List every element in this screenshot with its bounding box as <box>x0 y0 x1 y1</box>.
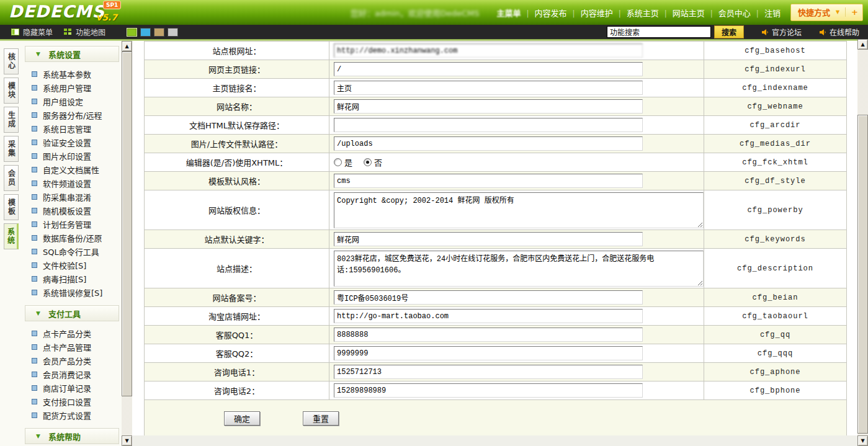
sidebar-item[interactable]: 点卡产品管理 <box>25 340 119 354</box>
input-cfg_indexname[interactable] <box>334 81 643 95</box>
quick-menu-button[interactable]: 快捷方式 ▼ + <box>790 4 863 21</box>
nav-link[interactable]: 系统主页 <box>627 9 659 18</box>
input-cfg_aphone[interactable] <box>334 365 643 379</box>
textarea-cfg_powerby[interactable] <box>334 192 704 228</box>
sidebar-item[interactable]: 系统用户管理 <box>25 81 119 94</box>
sidebar-item[interactable]: 会员产品分类 <box>25 354 119 367</box>
sidebar-tab-系统[interactable]: 系统 <box>4 223 19 249</box>
sidebar-item[interactable]: 点卡产品分类 <box>25 326 119 340</box>
input-cfg_df_style[interactable] <box>334 174 643 188</box>
sidebar-item[interactable]: 软件频道设置 <box>25 176 119 190</box>
sidebar-item[interactable]: 系统日志管理 <box>25 122 119 135</box>
search-input[interactable] <box>607 26 711 38</box>
sidebar-item[interactable]: 系统基本参数 <box>25 67 119 81</box>
nav-separator: | <box>527 9 529 18</box>
main-scrollbar[interactable]: ▲ ▼ <box>857 39 868 446</box>
form-row: 网站名称：cfg_webname <box>145 97 846 116</box>
sidebar-item-label: 随机模板设置 <box>43 205 91 216</box>
sidebar-item[interactable]: 验证安全设置 <box>25 135 119 149</box>
sidebar-tab-核心[interactable]: 核心 <box>4 48 19 74</box>
theme-swatch[interactable] <box>127 28 137 37</box>
sidebar-item-label: 配货方式设置 <box>43 409 91 421</box>
sidebar-scrollbar[interactable]: ▲ ▼ <box>122 41 132 446</box>
sidebar-item[interactable]: 图片水印设置 <box>25 149 119 163</box>
input-cfg_arcdir[interactable] <box>334 118 643 132</box>
input-cfg_taobaourl[interactable] <box>334 309 643 323</box>
scroll-up-button[interactable]: ▲ <box>122 41 132 51</box>
search-button[interactable]: 搜索 <box>714 25 744 38</box>
input-cfg_indexurl[interactable] <box>334 62 643 76</box>
help-link[interactable]: 在线帮助 <box>819 27 859 37</box>
sidebar-item[interactable]: 会员消费记录 <box>25 367 119 381</box>
theme-swatch[interactable] <box>140 28 151 37</box>
input-cfg_webname[interactable] <box>334 99 643 114</box>
function-map-button[interactable]: 功能地图 <box>64 27 105 37</box>
input-cfg_bphone[interactable] <box>334 383 643 398</box>
nav-link[interactable]: 内容发布 <box>535 9 567 18</box>
menu-section-header[interactable]: ▼支付工具 <box>25 305 119 321</box>
sp1-badge: SP1 <box>103 1 121 9</box>
sidebar-item[interactable]: 病毒扫描[S] <box>25 272 119 285</box>
sidebar-tab-模板[interactable]: 模板 <box>4 194 19 220</box>
bullet-icon <box>32 153 37 159</box>
quick-add-button[interactable]: + <box>845 7 858 17</box>
form-row: 站点描述：cfg_description <box>145 249 846 288</box>
radio-是[interactable] <box>334 158 342 166</box>
sidebar-item[interactable]: 随机模板设置 <box>25 203 119 217</box>
sidebar-tab-会员[interactable]: 会员 <box>4 165 19 191</box>
input-cfg_qq[interactable] <box>334 328 643 342</box>
sidebar-item[interactable]: SQL命令行工具 <box>25 244 119 258</box>
scroll-up-button[interactable]: ▲ <box>857 39 868 50</box>
theme-swatch[interactable] <box>154 28 164 37</box>
input-cfg_qqq[interactable] <box>334 346 643 360</box>
sidebar-tab-模块[interactable]: 模块 <box>4 78 19 104</box>
form-label: 主页链接名： <box>145 79 329 97</box>
scroll-down-button[interactable]: ▼ <box>857 435 868 446</box>
sidebar-item[interactable]: 支付接口设置 <box>25 395 119 408</box>
nav-link[interactable]: 会员中心 <box>718 9 751 18</box>
sidebar-item[interactable]: 系统错误修复[S] <box>25 285 119 299</box>
form-input-cell <box>329 326 704 344</box>
sidebar-item[interactable]: 防采集串混淆 <box>25 190 119 203</box>
scrollbar-thumb[interactable] <box>857 115 868 434</box>
nav-link[interactable]: 内容维护 <box>581 9 613 18</box>
menu-section-header[interactable]: ▼系统帮助 <box>25 428 119 444</box>
hide-menu-button[interactable]: 隐藏菜单 <box>11 27 53 37</box>
chevron-down-icon: ▼ <box>36 51 40 57</box>
menu-section-header[interactable]: ▼系统设置 <box>25 46 119 62</box>
input-cfg_beian[interactable] <box>334 290 643 305</box>
radio-否[interactable] <box>364 158 372 166</box>
radio-label: 否 <box>374 156 382 168</box>
nav-link[interactable]: 注销 <box>764 9 781 18</box>
input-cfg_medias_dir[interactable] <box>334 136 643 151</box>
reset-button[interactable]: 重置 <box>303 411 339 426</box>
forum-link[interactable]: 官方论坛 <box>761 27 802 37</box>
form-label: 网页主页链接： <box>145 60 329 78</box>
textarea-cfg_description[interactable] <box>334 251 704 287</box>
sidebar-item[interactable]: 数据库备份/还原 <box>25 231 119 244</box>
sidebar-item[interactable]: 文件校验[S] <box>25 258 119 272</box>
form-label: 网站版权信息： <box>145 190 329 230</box>
sidebar-item[interactable]: 用户组设定 <box>25 94 119 108</box>
scroll-down-button[interactable]: ▼ <box>122 435 132 446</box>
scrollbar-thumb[interactable] <box>122 51 132 396</box>
sidebar-item[interactable]: 商店订单记录 <box>25 381 119 395</box>
sidebar-tab-采集[interactable]: 采集 <box>4 136 19 162</box>
form-label: 站点根网址： <box>145 42 329 60</box>
forum-label: 官方论坛 <box>772 27 802 37</box>
nav-main-menu[interactable]: 主菜单 <box>497 7 521 19</box>
sidebar-tab-生成[interactable]: 生成 <box>4 107 19 133</box>
config-var-name: cfg_indexurl <box>704 60 846 78</box>
input-cfg_basehost[interactable] <box>334 43 643 58</box>
nav-link[interactable]: 网站主页 <box>673 9 705 18</box>
submit-button[interactable]: 确定 <box>224 411 260 426</box>
sidebar-item[interactable]: 配货方式设置 <box>25 408 119 422</box>
theme-swatch[interactable] <box>168 28 178 37</box>
input-cfg_keywords[interactable] <box>334 232 643 246</box>
sidebar-item[interactable]: 自定义文档属性 <box>25 163 119 176</box>
bullet-icon <box>32 99 37 104</box>
sidebar-item[interactable]: 服务器分布/远程 <box>25 108 119 122</box>
form-input-cell <box>329 60 704 78</box>
bullet-icon <box>32 344 37 350</box>
sidebar-item[interactable]: 计划任务管理 <box>25 217 119 231</box>
